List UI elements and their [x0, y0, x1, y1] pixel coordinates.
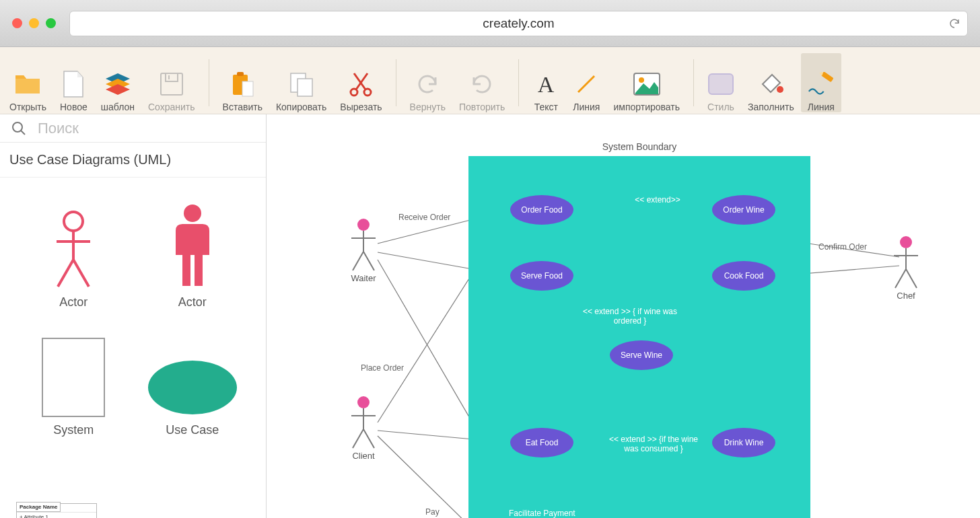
fill-button[interactable]: Заполнить [741, 53, 801, 112]
actor-chef[interactable]: Chef [891, 235, 921, 301]
toolbar-label: Линия [808, 102, 835, 112]
layers-icon [104, 71, 131, 98]
diagram-canvas[interactable]: System Boundary Order Food Order Wine Se… [267, 114, 980, 518]
copy-button[interactable]: Копировать [269, 53, 333, 112]
redo-icon [468, 71, 495, 98]
toolbar-label: шаблон [101, 102, 135, 112]
toolbar-separator [693, 59, 694, 106]
search-icon [0, 120, 38, 137]
svg-rect-10 [298, 79, 312, 96]
usecase-drink-wine[interactable]: Drink Wine [712, 428, 775, 457]
usecase-serve-wine[interactable]: Serve Wine [610, 340, 673, 370]
text-icon: A [532, 71, 559, 98]
edge-extend-3: << extend >> {if the wine was consumed } [603, 435, 704, 453]
shape-palette: Actor Actor System Use Case [0, 178, 266, 518]
scissors-icon [347, 71, 374, 98]
text-tool-button[interactable]: A Текст [526, 53, 566, 112]
usecase-serve-food[interactable]: Serve Food [510, 261, 573, 291]
save-button: Сохранить [141, 53, 202, 112]
paste-button[interactable]: Вставить [216, 53, 269, 112]
shape-system[interactable]: System [16, 316, 131, 437]
toolbar-label: Линия [573, 102, 600, 112]
shapes-sidebar: Use Case Diagrams (UML) Actor Actor Syst… [0, 114, 267, 518]
svg-line-50 [363, 252, 374, 270]
shape-label: System [53, 423, 94, 437]
toolbar-label: Вырезать [340, 102, 382, 112]
toolbar-label: Стиль [707, 102, 734, 112]
system-boundary-label: System Boundary [468, 141, 810, 152]
toolbar-label: импортировать [613, 102, 680, 112]
edge-place-order: Place Order [361, 363, 404, 373]
svg-rect-4 [166, 73, 178, 81]
style-swatch-icon [707, 71, 734, 98]
paint-bucket-icon [757, 71, 784, 98]
svg-line-24 [21, 131, 25, 135]
edge-extend-2: << extend >> { if wine was ordered } [576, 307, 684, 326]
open-button[interactable]: Открыть [3, 53, 53, 112]
toolbar-separator [209, 59, 209, 106]
svg-line-59 [895, 269, 906, 288]
new-button[interactable]: Новое [53, 53, 94, 112]
address-bar[interactable]: creately.com [69, 11, 968, 36]
line-tool-button[interactable]: Линия [566, 53, 606, 112]
close-window-icon[interactable] [12, 18, 22, 28]
svg-line-14 [354, 73, 365, 89]
redo-button: Повторить [452, 53, 512, 112]
svg-marker-2 [106, 84, 130, 95]
shape-usecase[interactable]: Use Case [135, 316, 250, 437]
package-attr: + Attribute 1 [17, 512, 96, 518]
shape-actor-solid[interactable]: Actor [135, 188, 250, 309]
svg-rect-31 [42, 338, 104, 416]
svg-point-18 [639, 77, 644, 83]
svg-line-54 [353, 429, 363, 448]
cut-button[interactable]: Вырезать [333, 53, 388, 112]
svg-rect-8 [242, 81, 253, 96]
usecase-cook-food[interactable]: Cook Food [712, 261, 775, 291]
browser-titlebar: creately.com [0, 0, 980, 47]
template-button[interactable]: шаблон [94, 53, 141, 112]
svg-point-23 [13, 122, 22, 132]
svg-line-28 [58, 260, 73, 287]
toolbar-separator [518, 59, 519, 106]
line-style-button[interactable]: Линия [801, 53, 841, 112]
folder-icon [14, 71, 41, 98]
window-controls [12, 18, 56, 28]
actor-label: Client [352, 451, 374, 461]
shape-label: Actor [59, 295, 88, 309]
actor-client[interactable]: Client [349, 396, 378, 461]
svg-point-20 [777, 86, 783, 93]
shape-package-preview[interactable]: Package Name + Attribute 1 - Attribute 2 [16, 503, 97, 518]
toolbar-label: Вставить [223, 102, 262, 112]
image-icon [633, 71, 660, 98]
reload-icon[interactable] [948, 17, 960, 30]
usecase-eat-food[interactable]: Eat Food [510, 428, 573, 457]
maximize-window-icon[interactable] [46, 18, 56, 28]
save-icon [158, 71, 185, 98]
svg-point-51 [357, 396, 370, 408]
palette-section-title: Use Case Diagrams (UML) [0, 143, 266, 178]
main-toolbar: Открыть Новое шаблон Сохранить Вставить … [0, 47, 980, 114]
actor-label: Waiter [351, 273, 376, 283]
minimize-window-icon[interactable] [29, 18, 39, 28]
usecase-order-food[interactable]: Order Food [510, 195, 573, 225]
svg-rect-19 [709, 74, 733, 94]
search-input[interactable] [38, 120, 266, 137]
svg-point-46 [357, 219, 370, 231]
toolbar-label: Сохранить [148, 102, 195, 112]
svg-rect-3 [161, 73, 182, 95]
usecase-order-wine[interactable]: Order Wine [712, 195, 775, 225]
shape-label: Use Case [166, 423, 219, 437]
svg-line-29 [73, 260, 89, 287]
actor-waiter[interactable]: Waiter [349, 218, 378, 283]
toolbar-label: Вернуть [410, 102, 446, 112]
import-button[interactable]: импортировать [606, 53, 687, 112]
style-button: Стиль [701, 53, 741, 112]
svg-point-25 [64, 212, 83, 231]
edge-extend-1: << extend>> [614, 195, 701, 205]
shape-actor-stick[interactable]: Actor [16, 188, 131, 309]
copy-icon [288, 71, 315, 98]
package-title: Package Name [16, 502, 61, 512]
undo-icon [414, 71, 441, 98]
svg-point-12 [364, 89, 371, 96]
svg-line-38 [378, 436, 475, 518]
